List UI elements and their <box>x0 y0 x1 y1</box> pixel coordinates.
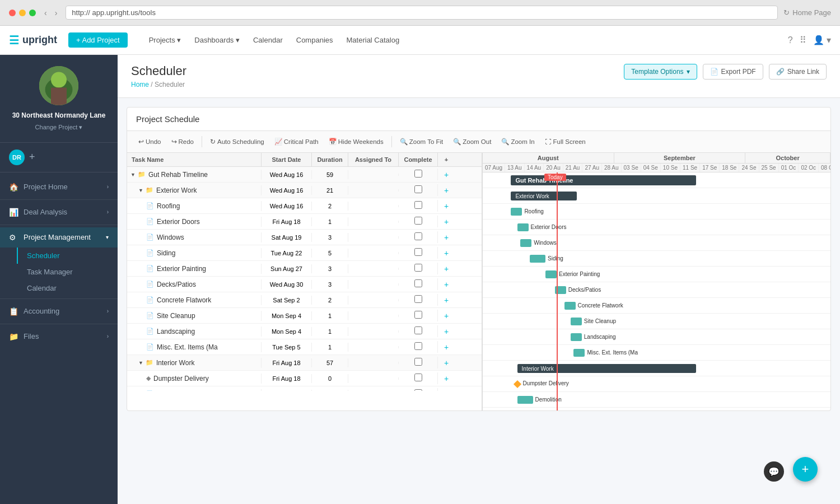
task-complete-cell[interactable] <box>399 278 438 290</box>
nav-material-catalog[interactable]: Material Catalog <box>341 32 405 48</box>
add-project-button[interactable]: + Add Project <box>68 32 128 48</box>
gantt-task-bar <box>517 223 529 231</box>
complete-checkbox[interactable] <box>414 358 422 366</box>
task-add-cell[interactable]: + <box>438 216 455 227</box>
task-dur-cell: 59 <box>312 170 348 179</box>
auto-scheduling-button[interactable]: ↻ Auto Scheduling <box>206 136 269 148</box>
task-complete-cell[interactable] <box>399 169 438 180</box>
complete-checkbox[interactable] <box>414 389 422 391</box>
task-complete-cell[interactable] <box>399 216 438 227</box>
close-dot[interactable] <box>9 10 16 16</box>
share-link-button[interactable]: 🔗 Share Link <box>769 64 827 80</box>
content: Scheduler Home / Scheduler Template Opti… <box>118 55 840 504</box>
task-complete-cell[interactable] <box>399 357 438 368</box>
zoom-out-button[interactable]: 🔍 Zoom Out <box>449 136 496 148</box>
complete-checkbox[interactable] <box>414 248 422 256</box>
complete-checkbox[interactable] <box>414 201 422 209</box>
task-add-cell[interactable]: + <box>438 248 455 259</box>
maximize-dot[interactable] <box>29 10 36 16</box>
task-add-cell[interactable]: + <box>438 232 455 243</box>
complete-checkbox[interactable] <box>414 342 422 350</box>
task-add-cell[interactable]: + <box>438 342 455 353</box>
task-complete-cell[interactable] <box>399 184 438 196</box>
task-complete-cell[interactable] <box>399 263 438 274</box>
critical-path-button[interactable]: 📈 Critical Path <box>270 136 323 148</box>
complete-checkbox[interactable] <box>414 295 422 303</box>
help-icon[interactable]: ? <box>788 35 793 45</box>
task-add-cell[interactable]: + <box>438 310 455 321</box>
back-button[interactable]: ‹ <box>41 7 50 18</box>
sidebar-subitem-task-manager[interactable]: Task Manager <box>18 264 118 280</box>
chat-widget[interactable]: 💬 <box>764 461 784 482</box>
full-screen-button[interactable]: ⛶ Full Screen <box>540 136 590 147</box>
date-13: 13 Au <box>505 164 525 172</box>
task-row: 📄Exterior DoorsFri Aug 181+ <box>127 214 482 230</box>
complete-checkbox[interactable] <box>414 374 422 381</box>
task-add-cell[interactable]: + <box>438 357 455 368</box>
task-add-cell[interactable]: + <box>438 263 455 274</box>
task-add-cell[interactable]: + <box>438 373 455 384</box>
task-assign-cell <box>348 362 399 364</box>
sidebar-item-project-management[interactable]: ⚙ Project Management ▾ <box>0 227 118 248</box>
complete-checkbox[interactable] <box>414 326 422 334</box>
task-complete-cell[interactable] <box>399 325 438 337</box>
task-assign-cell <box>348 189 399 192</box>
complete-checkbox[interactable] <box>414 185 422 193</box>
nav-calendar[interactable]: Calendar <box>248 32 288 48</box>
task-add-cell[interactable]: + <box>438 185 455 196</box>
collapse-icon[interactable]: ▼ <box>138 360 143 366</box>
task-complete-cell[interactable] <box>399 388 438 391</box>
fab-add-button[interactable]: + <box>793 457 818 482</box>
sidebar-item-files[interactable]: 📁 Files › <box>0 326 118 347</box>
task-add-cell[interactable]: + <box>438 279 455 290</box>
task-add-cell[interactable]: + <box>438 169 455 180</box>
gantt-bar-label: Landscaping <box>584 334 616 340</box>
task-add-cell[interactable]: + <box>438 389 455 391</box>
task-start-cell: Sat Sep 2 <box>262 296 312 305</box>
change-project-button[interactable]: Change Project ▾ <box>35 124 83 131</box>
zoom-to-fit-button[interactable]: 🔍 Zoom To Fit <box>395 136 448 148</box>
task-complete-cell[interactable] <box>399 310 438 321</box>
user-icon[interactable]: 👤 ▾ <box>813 35 831 45</box>
date-18s: 18 Se <box>720 164 739 172</box>
collapse-icon[interactable]: ▼ <box>138 188 143 193</box>
task-complete-cell[interactable] <box>399 231 438 243</box>
redo-button[interactable]: ↪ Redo <box>167 136 199 148</box>
sidebar-item-project-home[interactable]: 🏠 Project Home › <box>0 177 118 197</box>
complete-checkbox[interactable] <box>414 170 422 178</box>
sidebar-item-deal-analysis[interactable]: 📊 Deal Analysis › <box>0 202 118 222</box>
minimize-dot[interactable] <box>19 10 26 16</box>
sidebar-add-button[interactable]: + <box>29 151 35 163</box>
nav-companies[interactable]: Companies <box>291 32 339 48</box>
nav-dashboards[interactable]: Dashboards ▾ <box>189 32 245 48</box>
complete-checkbox[interactable] <box>414 279 422 287</box>
collapse-icon[interactable]: ▼ <box>130 172 136 178</box>
sidebar-subitem-calendar[interactable]: Calendar <box>18 280 118 296</box>
task-complete-cell[interactable] <box>399 372 438 384</box>
complete-checkbox[interactable] <box>414 311 422 319</box>
complete-checkbox[interactable] <box>414 264 422 272</box>
grid-icon[interactable]: ⠿ <box>800 35 806 45</box>
gantt-bar-row: Exterior Doors <box>483 220 830 235</box>
home-link[interactable]: ↻ Home Page <box>783 8 831 17</box>
sidebar-subitem-scheduler[interactable]: Scheduler <box>17 248 118 264</box>
nav-projects[interactable]: Projects ▾ <box>143 32 187 48</box>
template-options-button[interactable]: Template Options ▾ <box>624 64 697 80</box>
task-complete-cell[interactable] <box>399 294 438 306</box>
zoom-in-button[interactable]: 🔍 Zoom In <box>497 136 539 148</box>
breadcrumb-home[interactable]: Home <box>131 81 149 88</box>
export-pdf-button[interactable]: 📄 Export PDF <box>703 64 763 80</box>
task-complete-cell[interactable] <box>399 341 438 353</box>
task-complete-cell[interactable] <box>399 247 438 259</box>
task-complete-cell[interactable] <box>399 200 438 212</box>
forward-button[interactable]: › <box>52 7 60 18</box>
task-add-cell[interactable]: + <box>438 326 455 337</box>
complete-checkbox[interactable] <box>414 217 422 225</box>
task-add-cell[interactable]: + <box>438 295 455 306</box>
sidebar-item-accounting[interactable]: 📋 Accounting › <box>0 301 118 321</box>
hide-weekends-button[interactable]: 📅 Hide Weekends <box>324 136 388 148</box>
undo-button[interactable]: ↩ Undo <box>134 136 166 148</box>
address-bar[interactable]: http:// app.upright.us/tools <box>66 6 778 20</box>
task-add-cell[interactable]: + <box>438 200 455 212</box>
complete-checkbox[interactable] <box>414 232 422 240</box>
